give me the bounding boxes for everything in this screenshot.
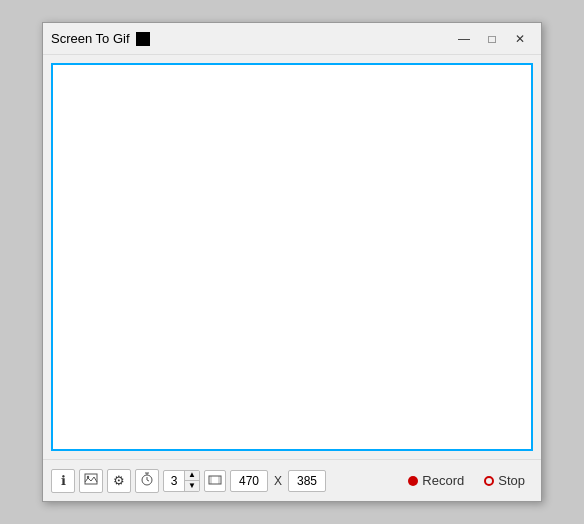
image-button[interactable]	[79, 469, 103, 493]
stop-dot-icon	[484, 476, 494, 486]
timer-icon	[140, 472, 154, 489]
stop-button[interactable]: Stop	[476, 470, 533, 491]
stop-label: Stop	[498, 473, 525, 488]
spinner-up[interactable]: ▲	[185, 471, 199, 481]
dimension-separator: X	[272, 474, 284, 488]
record-label: Record	[422, 473, 464, 488]
title-bar: Screen To Gif — □ ✕	[43, 23, 541, 55]
info-button[interactable]: ℹ	[51, 469, 75, 493]
title-bar-title: Screen To Gif	[51, 31, 451, 46]
app-title: Screen To Gif	[51, 31, 130, 46]
app-window: Screen To Gif — □ ✕ ℹ	[42, 22, 542, 502]
resize-icon	[208, 473, 222, 489]
fps-value[interactable]: 3	[164, 472, 184, 490]
record-dot-icon	[408, 476, 418, 486]
height-input[interactable]: 385	[288, 470, 326, 492]
maximize-button[interactable]: □	[479, 28, 505, 50]
svg-line-4	[147, 480, 149, 481]
width-input[interactable]: 470	[230, 470, 268, 492]
recording-canvas	[51, 63, 533, 451]
resize-button[interactable]	[204, 470, 226, 492]
title-bar-controls: — □ ✕	[451, 28, 533, 50]
spinner-arrows: ▲ ▼	[184, 471, 199, 491]
record-button[interactable]: Record	[400, 470, 472, 491]
settings-button[interactable]: ⚙	[107, 469, 131, 493]
svg-point-1	[87, 476, 89, 478]
fps-spinner: 3 ▲ ▼	[163, 470, 200, 492]
minimize-button[interactable]: —	[451, 28, 477, 50]
close-button[interactable]: ✕	[507, 28, 533, 50]
spinner-down[interactable]: ▼	[185, 481, 199, 491]
timer-button[interactable]	[135, 469, 159, 493]
canvas-area	[43, 55, 541, 459]
info-icon: ℹ	[61, 473, 66, 488]
title-icon	[136, 32, 150, 46]
toolbar: ℹ ⚙	[43, 459, 541, 501]
image-icon	[84, 473, 98, 488]
gear-icon: ⚙	[113, 473, 125, 488]
